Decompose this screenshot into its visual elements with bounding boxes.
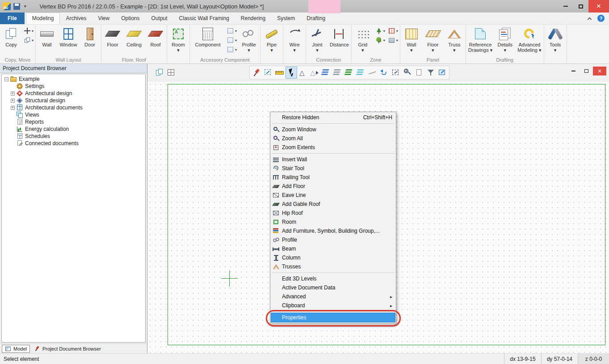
ribbon-button-joint[interactable]: Joint▾ [307, 25, 328, 54]
context-menu-item-restore-hidden[interactable]: Restore Hidden Ctrl+Shift+H ▸ [270, 113, 396, 122]
ribbon-button-reference[interactable]: ReferenceDrawings ▾ [467, 25, 494, 54]
tree-expander[interactable]: − [4, 77, 8, 81]
ribbon-button-copy[interactable]: Copy [1, 25, 21, 54]
ribbon-small-button-zone-column[interactable]: ▾ [387, 26, 399, 35]
ribbon-tab-view[interactable]: View [92, 13, 115, 24]
toolbar-button-pages[interactable] [154, 67, 165, 79]
toolbar-button-sheet[interactable] [413, 67, 425, 79]
ribbon-tab-system[interactable]: System [271, 13, 301, 24]
ribbon-button-door[interactable]: Door [80, 25, 100, 54]
context-menu-item-insert-wall[interactable]: Insert Wall ▸ [270, 155, 396, 164]
collapse-ribbon-button[interactable] [586, 15, 593, 22]
context-menu-item-railing-tool[interactable]: Railing Tool ▸ [270, 173, 396, 182]
tree-item-structural-design[interactable]: + Structural design [2, 97, 145, 104]
view-close-button[interactable]: × [593, 67, 606, 75]
toolbar-button-layers-blue[interactable] [320, 67, 332, 79]
toolbar-button-crop[interactable] [390, 67, 402, 79]
ribbon-button-floor[interactable]: Floor▾ [423, 25, 443, 54]
toolbar-button-select[interactable] [286, 67, 297, 79]
toolbar-button-snap-plane[interactable] [297, 67, 309, 79]
view-minimize-button[interactable] [567, 67, 580, 75]
ribbon-button-ceiling[interactable]: Ceiling [124, 25, 144, 54]
context-menu-item-properties[interactable]: Properties ▸ [271, 313, 395, 322]
toolbar-button-undo[interactable] [378, 67, 390, 79]
context-menu-item-add-gable-roof[interactable]: Add Gable Roof ▸ [270, 200, 396, 209]
tree-item-schedules[interactable]: Schedules [2, 133, 145, 140]
tree-item-energy-calculation[interactable]: Energy calculation [2, 126, 145, 133]
ribbon-button-tools[interactable]: Tools▾ [545, 25, 566, 54]
ribbon-button-pipe[interactable]: Pipe▾ [261, 25, 282, 54]
ribbon-button-details[interactable]: Details▾ [495, 25, 515, 54]
context-menu-item-room[interactable]: Room ▸ [270, 218, 396, 226]
context-menu-item-hip-roof[interactable]: Hip Roof ▸ [270, 209, 396, 218]
save-icon[interactable] [13, 3, 21, 10]
context-menu-item-zoom-extents[interactable]: Zoom Extents ▸ [270, 143, 396, 152]
context-menu-item-trusses[interactable]: Trusses ▸ [270, 262, 396, 271]
tree-item-architectural-documents[interactable]: + Architectural documents [2, 104, 145, 111]
tree-expander[interactable]: + [11, 106, 15, 110]
ribbon-tab-archives[interactable]: Archives [60, 13, 92, 24]
tree-item-views[interactable]: Views [2, 111, 145, 118]
drawing-area[interactable]: Restore Hidden Ctrl+Shift+H ▸ Zoom Windo… [147, 82, 609, 353]
panel-tab-project-document-browser[interactable]: Project Document Browser [31, 345, 104, 352]
ribbon-tab-drafting[interactable]: Drafting [301, 13, 331, 24]
ribbon-small-button-copy-small[interactable]: ▾ [22, 36, 34, 45]
ribbon-button-truss[interactable]: Truss▾ [444, 25, 465, 54]
toolbar-button-filter[interactable] [425, 67, 437, 79]
ribbon-tab-rendering[interactable]: Rendering [235, 13, 271, 24]
ribbon-button-roof[interactable]: Roof [145, 25, 166, 54]
ribbon-button-wire[interactable]: Wire▾ [284, 25, 305, 54]
tree-item-settings[interactable]: Settings [2, 83, 145, 90]
context-menu-item-profile[interactable]: Profile ▸ [270, 235, 396, 244]
help-button[interactable]: ? [597, 15, 605, 22]
toolbar-button-layers-hatch[interactable] [332, 67, 344, 79]
quick-access-dropdown-icon[interactable]: ▾ [23, 4, 28, 8]
context-menu-item-clipboard[interactable]: Clipboard ▸ [270, 301, 396, 310]
ribbon-button-component[interactable]: Component [191, 25, 225, 54]
context-menu-item-add-furniture-symbol-building-group[interactable]: Add Furniture, Symbol, Building Group,..… [270, 226, 396, 235]
ribbon-button-floor[interactable]: Floor [102, 25, 123, 54]
context-menu-item-add-floor[interactable]: Add Floor ▸ [270, 182, 396, 191]
minimize-button[interactable] [558, 0, 573, 13]
toolbar-button-zoom-in[interactable] [402, 67, 413, 79]
context-menu-item-beam[interactable]: Beam ▸ [270, 244, 396, 253]
toolbar-button-fit[interactable] [262, 67, 274, 79]
toolbar-button-line-tool[interactable] [367, 67, 378, 79]
context-menu-item-stair-tool[interactable]: Stair Tool ▸ [270, 164, 396, 173]
context-menu-item-active-document-data[interactable]: Active Document Data ▸ [270, 283, 396, 292]
toolbar-button-measure[interactable] [274, 67, 286, 79]
toolbar-button-layers-green[interactable] [344, 67, 355, 79]
ribbon-tab-classic-wall-framing[interactable]: Classic Wall Framing [173, 13, 235, 24]
context-menu-item-zoom-window[interactable]: Zoom Window ▸ [270, 125, 396, 134]
tree-item-architectural-design[interactable]: + Architectural design [2, 90, 145, 97]
context-menu-item-advanced[interactable]: Advanced ▸ [270, 292, 396, 301]
tree-expander[interactable]: + [11, 99, 15, 103]
close-button[interactable]: × [588, 0, 609, 13]
ribbon-button-wall[interactable]: Wall▾ [401, 25, 422, 54]
ribbon-button-window[interactable]: Window [58, 25, 79, 54]
toolbar-button-export-view[interactable] [437, 67, 448, 79]
ribbon-small-button-mini[interactable]: ▾ [226, 36, 238, 45]
ribbon-button-wall[interactable]: Wall [37, 25, 57, 54]
ribbon-button-grid[interactable]: Grid▾ [353, 25, 373, 54]
toolbar-button-pin[interactable] [251, 67, 262, 79]
ribbon-button-room[interactable]: Room▾ [168, 25, 189, 54]
context-menu-item-eave-line[interactable]: Eave Line ▸ [270, 191, 396, 200]
tree-expander[interactable]: + [11, 92, 15, 96]
tree-item-connected-documents[interactable]: Connected documents [2, 140, 145, 147]
ribbon-small-button-move[interactable]: ▾ [22, 26, 34, 35]
drawing-canvas[interactable]: × Restore Hidden Ctrl+Shift+H ▸ Zoom Win… [147, 64, 609, 353]
toolbar-button-snap-mesh[interactable] [309, 67, 320, 79]
ribbon-small-button-zone-plant[interactable]: ▾ [374, 36, 386, 45]
ribbon-small-button-zone-box[interactable]: ▾ [387, 36, 399, 45]
ribbon-small-button-mini[interactable]: ▾ [226, 45, 238, 54]
ribbon-button-distance[interactable]: Distance [328, 25, 350, 54]
ribbon-tab-modeling[interactable]: Modeling [26, 13, 60, 24]
context-menu-item-column[interactable]: Column ▸ [270, 253, 396, 262]
toolbar-button-viewports[interactable] [165, 67, 177, 79]
ribbon-button-profile[interactable]: Profile▾ [239, 25, 259, 54]
toolbar-button-layers-teal[interactable] [355, 67, 367, 79]
tree-item-example[interactable]: − Example [2, 75, 145, 83]
context-menu-item-zoom-all[interactable]: Zoom All ▸ [270, 134, 396, 143]
view-maximize-button[interactable] [580, 67, 592, 75]
